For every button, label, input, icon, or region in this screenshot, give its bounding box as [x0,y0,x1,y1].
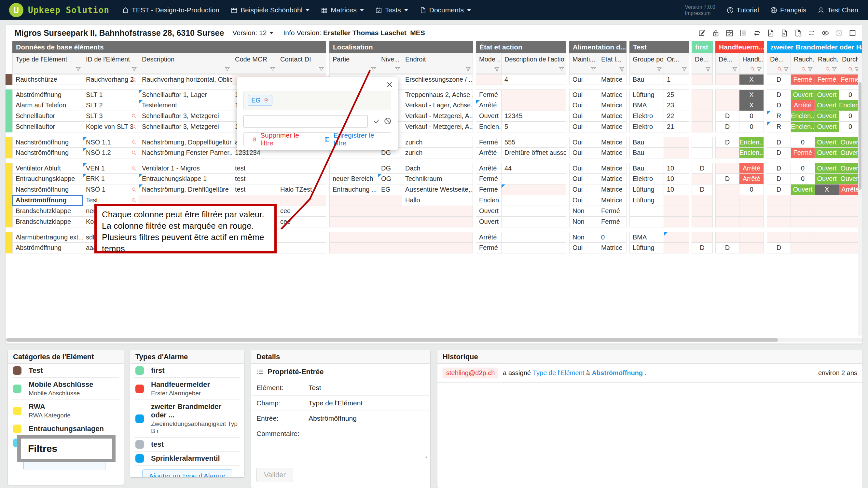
column-header[interactable]: Endroit [402,53,473,73]
grid-cell[interactable]: Schnelllauftor 1, Lager [139,90,232,100]
filter-funnel-icon[interactable] [783,67,789,72]
grid-cell[interactable]: Bau [629,148,664,158]
grid-cell[interactable]: Enclen... [791,111,815,122]
grid-cell[interactable]: Ouvert [476,206,501,217]
nav-item-test-design-to-production[interactable]: TEST - Design-to-Production [122,6,219,14]
grid-cell[interactable] [329,243,378,254]
grid-cell[interactable]: Non [569,217,598,227]
swap-icon[interactable] [806,27,817,38]
grid-cell[interactable] [739,206,764,217]
grid-cell[interactable] [691,217,713,227]
grid-cell[interactable]: NSÖ 1.1 [83,137,139,148]
alarm-type-item-test[interactable]: test [134,437,240,452]
grid-cell[interactable]: Schnelllauftor [12,111,83,122]
filter-funnel-icon[interactable] [705,67,711,72]
save-filter-button[interactable]: Enregistrer le filtre [316,132,391,146]
grid-cell[interactable]: Matrice [598,100,626,111]
grid-cell[interactable]: SLT 3 [83,111,139,122]
grid-cell[interactable] [277,232,326,243]
grid-cell[interactable]: test [232,163,277,174]
grid-cell[interactable]: 0 [791,174,815,185]
grid-cell[interactable]: Matrice [598,185,626,195]
grid-cell[interactable] [791,232,815,243]
grid-cell[interactable]: Enclen... [739,137,764,148]
grid-cell[interactable]: Lüftung [629,243,664,254]
grid-cell[interactable] [664,232,689,243]
grid-cell[interactable] [329,232,378,243]
nav-user[interactable]: Test Chen [817,6,858,14]
validate-button[interactable]: Valider [256,468,293,482]
app-brand[interactable]: U Upkeep Solution [9,3,110,17]
grid-cell[interactable]: D [715,174,739,185]
grid-cell[interactable] [476,74,501,85]
column-header[interactable]: Description [139,53,232,73]
grid-cell[interactable] [739,195,764,206]
grid-cell[interactable]: Verkauf - Metzgerei, A... [402,111,473,122]
search-icon[interactable] [131,77,137,82]
filter-funnel-icon[interactable] [807,67,813,72]
nav-tutorial[interactable]: Tutoriel [726,6,759,14]
grid-cell[interactable]: Nachströmöffnung [12,137,83,148]
grid-cell[interactable]: Lüftung [629,185,664,195]
grid-cell[interactable] [691,122,713,132]
grid-cell[interactable]: 10 [664,185,689,195]
column-header[interactable]: Mode ... [476,53,501,73]
grid-cell[interactable]: Oui [569,185,598,195]
grid-cell[interactable] [329,195,378,206]
column-header[interactable]: Rauch... [791,53,815,73]
visibility-icon[interactable] [819,27,831,38]
grid-cell[interactable] [402,217,473,227]
alarm-type-item-first[interactable]: first [134,364,240,378]
grid-cell[interactable]: Fermé [791,148,815,158]
filter-funnel-icon[interactable] [559,67,564,72]
grid-cell[interactable] [815,232,839,243]
field-link[interactable]: Type de l'Elément [533,369,584,377]
grid-cell[interactable]: Schnelllauftor 3, Metzgerei [139,111,232,122]
grid-cell[interactable]: Halo TZest [277,185,326,195]
user-chip[interactable]: stehling@d2p.ch [443,368,498,378]
grid-cell[interactable] [378,195,402,206]
grid-cell[interactable]: Arrêté [476,100,501,111]
vertical-scroll-thumb[interactable] [859,82,862,190]
grid-cell[interactable]: D [691,163,713,174]
grid-cell[interactable]: 555 [501,137,566,148]
grid-cell[interactable] [715,148,739,158]
grid-cell[interactable] [501,100,566,111]
filter-funnel-icon[interactable] [319,67,324,72]
grid-cell[interactable] [791,195,815,206]
grid-cell[interactable]: Arrêté [791,100,815,111]
grid-cell[interactable]: D [767,148,791,158]
grid-cell[interactable] [501,174,566,185]
grid-cell[interactable]: zurich [402,137,473,148]
grid-cell[interactable]: Bau [629,137,664,148]
grid-cell[interactable]: DG [378,163,402,174]
grid-cell[interactable]: D [715,137,739,148]
grid-cell[interactable]: Matrice [598,122,626,132]
grid-cell[interactable] [715,206,739,217]
column-header[interactable]: Code MCR [232,53,277,73]
grid-cell[interactable]: Fermé [476,243,501,254]
grid-cell[interactable]: Ouvert [815,163,839,174]
grid-cell[interactable]: Abströmöffnung [12,195,83,206]
grid-cell[interactable]: Fermé [476,185,501,195]
lock-icon[interactable] [710,27,721,38]
grid-cell[interactable] [378,217,402,227]
delete-filter-button[interactable]: Supprimer le filtre [243,132,316,146]
category-item-test[interactable]: Test [12,364,119,378]
filter-funnel-icon[interactable] [395,67,400,72]
grid-cell[interactable]: zurich [402,148,473,158]
grid-cell[interactable]: Non [569,232,598,243]
grid-cell[interactable]: cee [277,217,326,227]
search-icon[interactable] [131,124,137,129]
grid-cell[interactable]: Alarm auf Telefon [12,100,83,111]
grid-cell[interactable]: D [767,74,791,85]
grid-cell[interactable] [277,163,326,174]
search-icon[interactable] [131,198,137,203]
grid-cell[interactable]: 44 [501,163,566,174]
grid-cell[interactable] [691,148,713,158]
grid-cell[interactable] [277,195,326,206]
search-icon[interactable] [131,150,137,156]
grid-cell[interactable]: Fermé [476,174,501,185]
grid-cell[interactable]: Fermé [476,137,501,148]
column-header[interactable]: Type de l'Elément [12,53,83,73]
